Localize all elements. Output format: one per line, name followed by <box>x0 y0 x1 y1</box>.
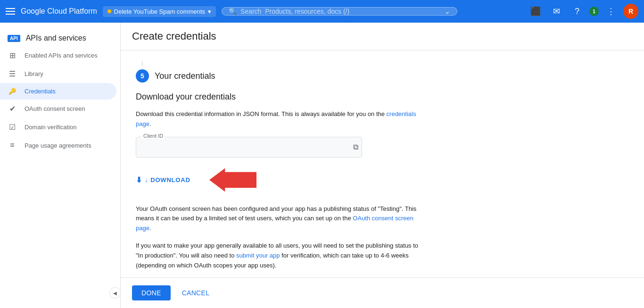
copy-icon: ⧉ <box>353 143 358 151</box>
step-connector <box>142 62 629 66</box>
section-title: Download your credentials <box>136 92 629 102</box>
brand-name: Google Cloud Platform <box>21 7 97 16</box>
chevron-down-icon: ▾ <box>208 8 211 15</box>
content-body: 5 Your credentials Download your credent… <box>121 50 644 277</box>
footer: DONE CANCEL <box>121 277 644 308</box>
search-bar[interactable]: 🔍 ⌄ <box>222 7 457 16</box>
sidebar-item-label: Page usage agreements <box>25 142 91 149</box>
marketplace-icon[interactable]: ⬛ <box>527 3 544 20</box>
cancel-button[interactable]: CANCEL <box>176 285 215 300</box>
sidebar-item-enabled-apis[interactable]: ⊞ Enabled APIs and services <box>0 46 116 65</box>
library-icon: ☰ <box>8 69 17 78</box>
project-name: Delete YouTube Spam comments <box>114 8 205 15</box>
main-layout: API APIs and services ⊞ Enabled APIs and… <box>0 23 644 308</box>
step-title: Your credentials <box>155 71 215 81</box>
download-section: ⬇ ↓ DOWNLOAD <box>136 167 629 193</box>
content-area: Create credentials 5 Your credentials Do… <box>121 23 644 308</box>
info-block-1: Your OAuth consent screen has been confi… <box>136 204 419 233</box>
credentials-icon: 🔑 <box>8 88 17 95</box>
notifications-icon[interactable]: ✉ <box>548 3 565 20</box>
step-header: 5 Your credentials <box>136 69 629 83</box>
sidebar-item-credentials[interactable]: 🔑 Credentials <box>0 83 116 100</box>
sidebar-item-oauth-consent[interactable]: ✔ OAuth consent screen <box>0 100 116 118</box>
description-text: Download this credential information in … <box>136 109 419 129</box>
brand: Google Cloud Platform <box>21 7 97 16</box>
download-arrow-indicator <box>209 167 256 193</box>
sidebar-item-label: Enabled APIs and services <box>25 52 98 59</box>
search-input[interactable] <box>240 8 441 15</box>
sidebar-item-library[interactable]: ☰ Library <box>0 65 116 83</box>
project-selector[interactable]: Delete YouTube Spam comments ▾ <box>103 6 216 17</box>
client-id-input[interactable] <box>136 137 362 158</box>
page-title: Create credentials <box>132 30 216 42</box>
sidebar-item-label: Domain verification <box>25 124 77 131</box>
project-dot <box>107 9 111 13</box>
client-id-label: Client ID <box>141 133 165 139</box>
page-usage-icon: ≡ <box>8 141 17 150</box>
sidebar-header: API APIs and services <box>0 26 120 46</box>
top-nav-right: ⬛ ✉ ? 1 ⋮ R <box>527 3 638 20</box>
search-icon: 🔍 <box>229 8 237 15</box>
copy-button[interactable]: ⧉ <box>353 143 358 151</box>
avatar[interactable]: R <box>623 4 638 19</box>
sidebar-item-label: Library <box>25 70 43 77</box>
download-button[interactable]: ⬇ ↓ DOWNLOAD <box>136 175 190 184</box>
more-options-icon[interactable]: ⋮ <box>603 3 619 20</box>
domain-icon: ☑ <box>8 123 17 132</box>
page-header: Create credentials <box>121 23 644 50</box>
hamburger-menu[interactable] <box>6 8 15 15</box>
oauth-icon: ✔ <box>8 104 17 113</box>
help-icon[interactable]: ? <box>569 3 586 20</box>
download-icon: ⬇ <box>136 175 142 184</box>
sidebar-title: APIs and services <box>26 34 86 42</box>
api-logo: API <box>8 35 20 42</box>
download-label: ↓ DOWNLOAD <box>145 176 190 183</box>
sidebar-item-domain-verification[interactable]: ☑ Domain verification <box>0 118 116 136</box>
top-nav: Google Cloud Platform Delete YouTube Spa… <box>0 0 644 23</box>
enabled-apis-icon: ⊞ <box>8 51 17 60</box>
sidebar-item-page-usage[interactable]: ≡ Page usage agreements <box>0 136 116 154</box>
client-id-container: Client ID ⧉ <box>136 137 362 158</box>
submit-app-link[interactable]: submit your app <box>236 252 280 259</box>
sidebar-item-label: Credentials <box>25 88 56 95</box>
search-expand-icon: ⌄ <box>445 8 450 15</box>
info-block-2: If you want to make your app generally a… <box>136 241 419 270</box>
svg-marker-0 <box>209 168 256 191</box>
sidebar-collapse-button[interactable]: ◀ <box>109 287 121 299</box>
sidebar-item-label: OAuth consent screen <box>25 105 85 112</box>
sidebar: API APIs and services ⊞ Enabled APIs and… <box>0 23 121 308</box>
status-badge[interactable]: 1 <box>589 7 599 16</box>
done-button[interactable]: DONE <box>132 285 171 300</box>
step-badge: 5 <box>136 69 149 83</box>
